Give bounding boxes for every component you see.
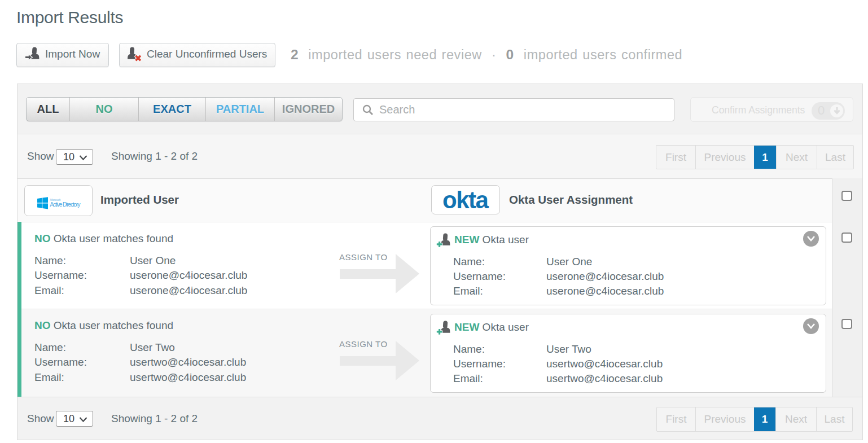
svg-text:Active Directory: Active Directory [50, 201, 81, 208]
svg-text:Microsoft: Microsoft [50, 199, 61, 201]
